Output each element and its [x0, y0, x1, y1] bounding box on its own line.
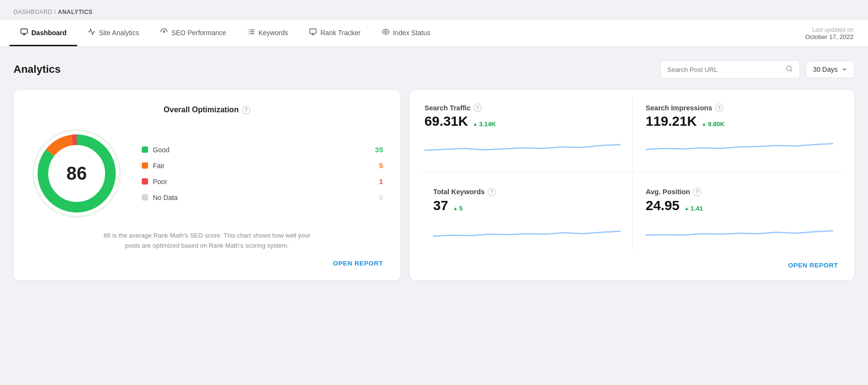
legend-count-nodata: 0	[379, 193, 383, 201]
search-url-input[interactable]	[667, 66, 782, 73]
stats-open-report[interactable]: OPEN REPORT	[788, 262, 843, 274]
search-impressions-help-icon[interactable]: ?	[715, 104, 723, 112]
breadcrumb: DASHBOARD / ANALYTICS	[0, 0, 868, 20]
legend-dot-poor	[142, 178, 148, 185]
breadcrumb-separator: /	[54, 9, 58, 15]
svg-line-4	[164, 30, 165, 31]
breadcrumb-current: ANALYTICS	[58, 9, 93, 15]
optimization-help-icon[interactable]: ?	[242, 106, 250, 114]
legend-label-good: Good	[153, 146, 169, 154]
search-impressions-value-row: 119.21K ▲ 9.80K	[646, 114, 833, 129]
stat-search-impressions: Search Impressions ? 119.21K ▲ 9.80K	[632, 95, 845, 172]
tab-seo-performance[interactable]: SEO Performance	[149, 20, 237, 46]
optimization-open-report[interactable]: OPEN REPORT	[333, 260, 383, 267]
gauge-icon	[160, 28, 168, 37]
optimization-legend: Good 35 Fair 5 Poor	[142, 146, 383, 201]
total-keywords-help-icon[interactable]: ?	[488, 188, 496, 196]
total-keywords-arrow: ▲	[453, 206, 458, 211]
page-title: Analytics	[14, 63, 61, 76]
analytics-controls: 30 Days	[660, 60, 854, 79]
avg-position-sparkline	[646, 219, 833, 241]
optimization-title: Overall Optimization ?	[163, 106, 250, 114]
tab-index-status-label: Index Status	[393, 29, 431, 37]
last-updated-label: Last updated on	[805, 27, 854, 33]
tab-rank-tracker[interactable]: Rank Tracker	[298, 20, 371, 46]
svg-rect-11	[310, 29, 316, 33]
days-dropdown[interactable]: 30 Days	[806, 61, 854, 78]
search-traffic-delta: ▲ 3.14K	[473, 120, 496, 128]
legend-dot-good	[142, 146, 148, 153]
search-impressions-label: Search Impressions ?	[646, 104, 833, 112]
stat-total-keywords: Total Keywords ? 37 ▲ 5	[420, 178, 632, 256]
total-keywords-label: Total Keywords ?	[433, 188, 621, 196]
search-impressions-value: 119.21K	[646, 114, 697, 129]
legend-good: Good 35	[142, 146, 383, 154]
tab-keywords-label: Keywords	[258, 29, 288, 37]
tab-rank-tracker-label: Rank Tracker	[320, 29, 360, 37]
days-dropdown-label: 30 Days	[813, 66, 838, 73]
search-traffic-sparkline	[424, 135, 621, 157]
avg-position-delta: ▲ 1.41	[684, 205, 703, 212]
tab-dashboard[interactable]: Dashboard	[10, 20, 77, 46]
stats-grid: Search Traffic ? 69.31K ▲ 3.14K	[410, 90, 854, 256]
search-icon	[786, 65, 793, 74]
optimization-description: 86 is the average Rank Math's SEO score.…	[101, 231, 313, 251]
total-keywords-value-row: 37 ▲ 5	[433, 198, 621, 213]
search-url-field[interactable]	[660, 60, 800, 79]
tab-bar: Dashboard Site Analytics SEO Performance…	[0, 20, 868, 47]
legend-label-poor: Poor	[153, 178, 167, 186]
legend-count-good: 35	[375, 146, 383, 154]
stats-card-footer: OPEN REPORT	[410, 256, 854, 280]
search-traffic-help-icon[interactable]: ?	[474, 104, 482, 112]
donut-legend-row: 86 Good 35 Fair	[31, 128, 383, 219]
svg-line-16	[790, 70, 792, 71]
last-updated-date: October 17, 2022	[805, 33, 854, 40]
total-keywords-delta: ▲ 5	[453, 205, 462, 212]
tab-site-analytics[interactable]: Site Analytics	[77, 20, 149, 46]
search-impressions-arrow: ▲	[702, 121, 706, 127]
search-impressions-sparkline	[646, 135, 833, 157]
stat-search-traffic: Search Traffic ? 69.31K ▲ 3.14K	[420, 95, 632, 172]
chart-icon	[88, 28, 95, 37]
svg-point-14	[385, 31, 387, 33]
tab-index-status[interactable]: Index Status	[371, 20, 441, 46]
avg-position-value-row: 24.95 ▲ 1.41	[646, 198, 833, 213]
tab-dashboard-label: Dashboard	[31, 29, 67, 37]
last-updated: Last updated on October 17, 2022	[805, 27, 858, 40]
total-keywords-sparkline	[433, 219, 621, 241]
avg-position-help-icon[interactable]: ?	[693, 188, 701, 196]
tab-site-analytics-label: Site Analytics	[99, 29, 139, 37]
main-content: Analytics 30 Days Overall O	[0, 47, 868, 294]
eye-icon	[382, 28, 390, 37]
legend-count-fair: 5	[379, 161, 383, 170]
tab-keywords[interactable]: Keywords	[237, 20, 298, 46]
analytics-header: Analytics 30 Days	[14, 60, 854, 79]
search-traffic-value-row: 69.31K ▲ 3.14K	[424, 114, 621, 129]
monitor-icon	[20, 28, 28, 37]
legend-label-fair: Fair	[153, 162, 164, 170]
stats-horizontal-divider	[420, 172, 845, 172]
breadcrumb-prefix: DASHBOARD	[14, 9, 53, 15]
avg-position-value: 24.95	[646, 198, 679, 213]
optimization-card: Overall Optimization ?	[14, 90, 400, 280]
tab-seo-performance-label: SEO Performance	[171, 29, 226, 37]
search-traffic-label: Search Traffic ?	[424, 104, 621, 112]
total-keywords-value: 37	[433, 198, 448, 213]
cards-row: Overall Optimization ?	[14, 90, 854, 280]
svg-rect-0	[21, 29, 27, 33]
avg-position-arrow: ▲	[684, 206, 689, 211]
legend-label-nodata: No Data	[153, 194, 177, 201]
legend-count-poor: 1	[379, 177, 383, 186]
donut-chart: 86	[31, 128, 122, 219]
search-traffic-arrow: ▲	[473, 121, 478, 127]
legend-dot-fair	[142, 162, 148, 169]
legend-no-data: No Data 0	[142, 193, 383, 201]
legend-dot-nodata	[142, 194, 148, 200]
legend-poor: Poor 1	[142, 177, 383, 186]
stats-card: Search Traffic ? 69.31K ▲ 3.14K	[410, 90, 854, 280]
stat-avg-position: Avg. Position ? 24.95 ▲ 1.41	[632, 178, 845, 256]
search-traffic-value: 69.31K	[424, 114, 468, 129]
optimization-score: 86	[67, 163, 87, 184]
search-impressions-delta: ▲ 9.80K	[702, 120, 725, 128]
avg-position-label: Avg. Position ?	[646, 188, 833, 196]
